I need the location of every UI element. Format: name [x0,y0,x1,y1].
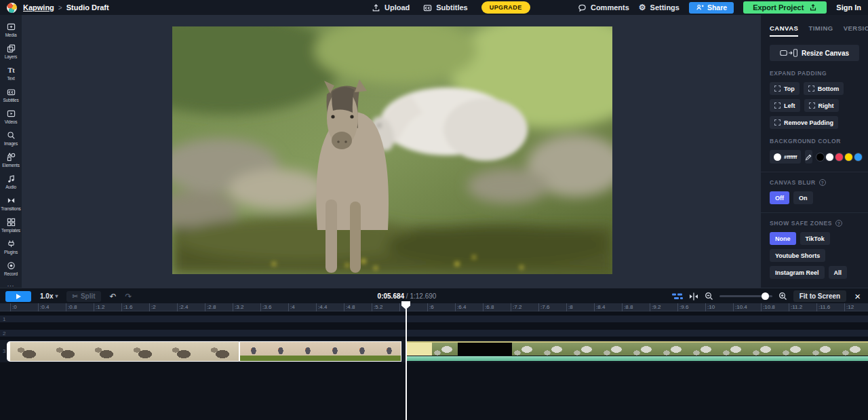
timeline-ruler[interactable]: :0 :0.4 :0.8 :1.2 :1.6 :2 :2.4 :2.8 :3.2… [0,303,868,311]
track-lane-1[interactable] [0,316,868,322]
export-icon [809,3,817,12]
remove-padding-button[interactable]: Remove Padding [770,116,838,129]
play-button[interactable] [5,291,31,302]
canvas-blur-off[interactable]: Off [770,191,789,204]
compact-tracks-icon[interactable] [672,293,683,300]
safe-zones-title: SHOW SAFE ZONES [770,220,832,227]
playback-speed-button[interactable]: 1.0x ▾ [40,292,58,300]
fit-to-screen-button[interactable]: Fit to Screen [793,290,847,302]
track-label-1: 1 [3,316,5,322]
canvas-blur-help-icon[interactable]: ? [819,179,826,186]
canvas-video-preview[interactable] [172,26,612,274]
layers-icon [7,44,16,53]
zoom-in-icon[interactable] [778,292,787,301]
canvas-settings-panel: CANVASTIMINGVERSIONS Resize Canvas EXPAN… [761,15,868,288]
sidebar-item-videos[interactable]: Videos [0,106,22,128]
sidebar-item-images[interactable]: Images [0,128,22,149]
track-label-2: 2 [3,330,5,337]
video-clip-3[interactable] [407,341,868,362]
signin-link[interactable]: Sign In [836,3,861,12]
sidebar-item-elements[interactable]: Elements [0,149,22,171]
sidebar-item-text[interactable]: Tt Text [0,62,22,84]
split-button[interactable]: ✂ Split [66,291,100,302]
padding-square-icon [809,102,815,109]
safe-zone-none[interactable]: None [770,232,796,245]
tools-sidebar: Media Layers Tt Text Subtitles Videos Im… [0,15,22,288]
zoom-slider-knob[interactable] [762,292,769,300]
clip-3-audio-strip [407,356,868,361]
sidebar-item-record[interactable]: Record [0,258,22,280]
plugins-icon [7,240,16,248]
sidebar-item-layers[interactable]: Layers [0,41,22,62]
color-swatch[interactable] [854,153,862,161]
transitions-icon [7,196,16,205]
undo-button[interactable]: ↶ [110,292,117,301]
sidebar-item-plugins[interactable]: Plugins [0,236,22,258]
clip-3-thumb-segment [432,343,458,356]
background-hex-button[interactable]: #ffffff [770,150,801,164]
timeline-toolbar: 1.0x ▾ ✂ Split ↶ ↷ 0:05.684 / 1:12.690 [0,288,868,303]
comments-button[interactable]: Comments [578,3,629,12]
padding-left-button[interactable]: Left [770,99,800,112]
resize-canvas-icon [780,49,797,57]
subtitles-cc-icon [423,3,432,12]
safe-zone-options: NoneTikTokYoutube ShortsInstagram ReelAl… [770,232,861,279]
color-swatches [816,153,862,161]
current-color-dot [774,153,781,161]
clip-3-yellow-frame [407,343,432,356]
close-timeline-icon[interactable]: × [852,291,863,301]
upgrade-button[interactable]: UPGRADE [481,1,530,14]
background-color-row: #ffffff [770,150,859,164]
eyedropper-button[interactable] [805,150,812,164]
text-icon: Tt [7,66,16,75]
timeline-zoom-slider[interactable] [719,295,772,297]
share-button[interactable]: Share [689,2,734,14]
padding-top-button[interactable]: Top [770,82,800,95]
canvas-blur-on[interactable]: On [793,191,813,204]
redo-button[interactable]: ↷ [125,292,132,301]
export-project-button[interactable]: Export Project [743,1,827,14]
subtitles-button[interactable]: Subtitles [423,3,467,12]
track-lane-2[interactable] [0,330,868,337]
audio-icon [7,174,16,183]
sidebar-item-transitions[interactable]: Transitions [0,193,22,214]
clip-3-thumb-segment [512,343,868,356]
sidebar-item-media[interactable]: Media [0,19,22,41]
project-title[interactable]: Studio Draft [66,3,109,12]
kapwing-logo-icon[interactable] [7,3,17,13]
color-swatch[interactable] [835,153,843,161]
safe-zones-help-icon[interactable]: ? [835,220,842,227]
video-clip-1[interactable] [7,341,239,362]
sidebar-more-button[interactable]: ... [7,281,15,288]
tab-timing[interactable]: TIMING [808,24,833,37]
elements-icon [7,153,16,161]
safe-zone-all[interactable]: All [829,266,848,279]
record-icon [7,261,16,270]
zoom-out-icon[interactable] [705,292,713,301]
color-swatch[interactable] [826,153,833,161]
resize-canvas-button[interactable]: Resize Canvas [770,45,859,61]
sidebar-item-templates[interactable]: Templates [0,214,22,236]
color-swatch[interactable] [845,153,852,161]
safe-zone-tiktok[interactable]: TikTok [800,232,830,245]
padding-right-button[interactable]: Right [804,99,839,112]
editor-workspace [22,15,761,288]
eyedropper-icon [805,153,812,161]
upload-button[interactable]: Upload [372,3,410,12]
brand-link[interactable]: Kapwing [23,3,54,12]
expand-gaps-icon[interactable] [689,292,698,301]
tab-canvas[interactable]: CANVAS [770,24,798,37]
tab-versions[interactable]: VERSIONS [844,24,868,37]
playhead-line[interactable] [406,309,407,420]
color-swatch[interactable] [816,153,824,161]
sidebar-item-subtitles[interactable]: Subtitles [0,84,22,106]
settings-button[interactable]: ⚙ Settings [639,3,679,12]
padding-bottom-button[interactable]: Bottom [804,82,844,95]
safe-zone-instagram-reel[interactable]: Instagram Reel [770,266,825,279]
scissors-icon: ✂ [72,292,77,300]
safe-zone-youtube-shorts[interactable]: Youtube Shorts [770,249,825,262]
sidebar-item-audio[interactable]: Audio [0,171,22,193]
video-clip-2[interactable] [239,341,401,362]
timeline-tracks: 1 2 3 [0,312,868,420]
comment-bubble-icon [578,3,587,12]
